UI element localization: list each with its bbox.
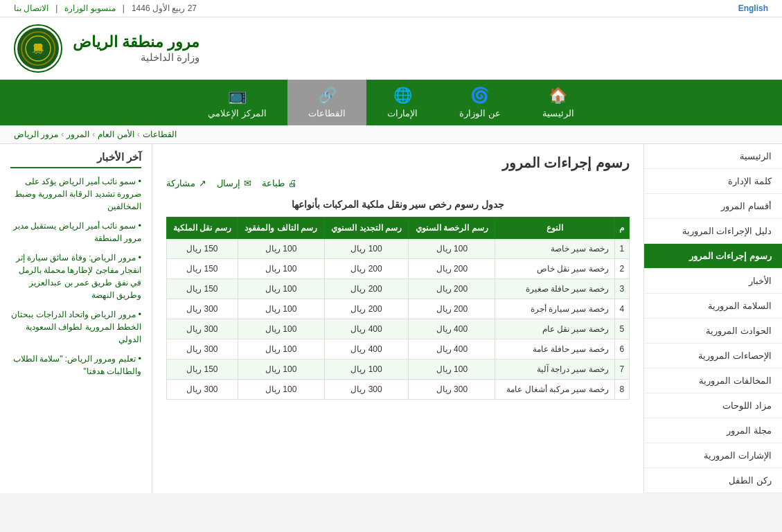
table-row: 3 رخصة سير حافلة صغيرة 200 ريال 200 ريال… [167,279,630,299]
print-icon: 🖨 [288,178,297,188]
send-button[interactable]: ✉ إرسال [217,178,251,188]
ministry-icon: 🌀 [470,87,489,105]
share-button[interactable]: ↗ مشاركة [166,178,206,188]
main-layout: الرئيسية كلمة الإدارة أقسام المرور دليل … [0,144,782,493]
cell-transfer: 150 ريال [167,360,238,380]
cell-renewal: 200 ريال [324,259,409,279]
send-label: إرسال [217,178,240,188]
svg-point-4 [35,51,37,53]
cell-type: رخصة سير نقل عام [495,319,614,339]
cell-type: رخصة سير خاصة [495,239,614,259]
sidebar-item-plates-auction[interactable]: مزاد اللوحات [644,393,782,418]
share-icon: ↗ [199,178,206,188]
sidebar-item-signals[interactable]: الإشارات المرورية [644,443,782,468]
nav-emirates-label: الإمارات [387,108,418,118]
news-link-1[interactable]: سمو نائب أمير الرياض يستقبل مدير مرور ال… [13,221,141,243]
cell-type: رخصة سير نقل خاص [495,259,614,279]
page-title: رسوم إجراءات المرور [166,154,630,171]
sidebar-item-procedures-guide[interactable]: دليل الإجراءات المرورية [644,219,782,244]
nav-sectors[interactable]: 🔗 القطاعات [287,80,366,125]
sidebar-item-child[interactable]: ركن الطفل [644,468,782,493]
nav-home[interactable]: 🏠 الرئيسية [522,80,595,125]
table-row: 5 رخصة سير نقل عام 400 ريال 400 ريال 100… [167,319,630,339]
breadcrumb-sep2: › [92,130,95,139]
news-link-4[interactable]: تعليم ومرور الرياض: "سلامة الطلاب والطال… [13,354,141,376]
emirates-icon: 🌐 [393,87,412,105]
sidebar-item-magazine[interactable]: مجلة المرور [644,418,782,443]
breadcrumb-item-security[interactable]: الأمن العام [98,130,134,139]
cell-license: 200 ريال [409,279,495,299]
nav-media[interactable]: 📺 المركز الإعلامي [187,80,287,125]
main-nav: 🏠 الرئيسية 🌀 عن الوزارة 🌐 الإمارات 🔗 الق… [0,80,782,125]
home-icon: 🏠 [549,87,567,105]
sidebar-item-accidents[interactable]: الحوادث المرورية [644,319,782,344]
ministry-staff-link[interactable]: منسوبو الوزارة [64,3,115,13]
cell-transfer: 300 ريال [167,299,238,319]
news-link-0[interactable]: سمو نائب أمير الرياض يؤكد على ضرورة تشدي… [15,177,141,211]
site-subtitle: وزارة الداخلية [73,51,199,64]
cell-license: 400 ريال [409,339,495,360]
table-title: جدول رسوم رخص سير ونقل ملكية المركبات بأ… [166,199,630,210]
media-icon: 📺 [228,87,247,105]
sidebar-item-safety[interactable]: السلامة المرورية [644,294,782,319]
cell-num: 7 [614,360,629,380]
table-row: 6 رخصة سير حافلة عامة 400 ريال 400 ريال … [167,339,630,360]
breadcrumb-sep3: › [61,130,64,139]
cell-license: 200 ريال [409,259,495,279]
sidebar-item-admin-word[interactable]: كلمة الإدارة [644,169,782,194]
sidebar-item-fees[interactable]: رسوم إجراءات المرور [644,244,782,269]
table-row: 8 رخصة سير مركبة أشغال عامة 300 ريال 300… [167,380,630,400]
content-area: رسوم إجراءات المرور 🖨 طباعة ✉ إرسال ↗ مش… [152,144,643,493]
breadcrumb-item-riyadh[interactable]: مرور الرياض [14,130,58,139]
news-link-2[interactable]: مرور الرياض: وفاة سائق سيارة إثر انفجار … [16,253,141,300]
cell-lost: 100 ريال [238,319,324,339]
top-bar: English 27 ربيع الأول 1446 | منسوبو الوز… [0,0,782,17]
cell-license: 400 ريال [409,319,495,339]
separator2: | [55,3,57,13]
cell-num: 2 [614,259,629,279]
main-content-row: رسوم إجراءات المرور 🖨 طباعة ✉ إرسال ↗ مش… [0,144,643,493]
cell-license: 100 ريال [409,360,495,380]
contact-link[interactable]: الاتصال بنا [14,3,48,13]
share-label: مشاركة [166,178,195,188]
nav-sectors-label: القطاعات [308,108,346,118]
cell-renewal: 100 ريال [324,239,409,259]
col-header-renewal-fee: رسم التجديد السنوي [324,218,409,239]
breadcrumb-item-traffic[interactable]: المرور [66,130,89,139]
sidebar-item-news[interactable]: الأخبار [644,269,782,294]
cell-lost: 100 ريال [238,299,324,319]
col-header-type: النوع [495,218,614,239]
cell-license: 300 ريال [409,380,495,400]
sidebar-item-violations[interactable]: المخالفات المرورية [644,369,782,393]
english-link[interactable]: English [738,3,768,13]
nav-emirates[interactable]: 🌐 الإمارات [366,80,438,125]
col-header-num: م [614,218,629,239]
nav-ministry-label: عن الوزارة [459,108,501,118]
action-bar: 🖨 طباعة ✉ إرسال ↗ مشاركة [166,178,630,188]
cell-renewal: 100 ريال [324,360,409,380]
cell-transfer: 150 ريال [167,259,238,279]
cell-transfer: 150 ريال [167,239,238,259]
sidebar-item-stats[interactable]: الإحصاءات المرورية [644,344,782,369]
cell-type: رخصة سير سيارة أجرة [495,299,614,319]
cell-renewal: 400 ريال [324,339,409,360]
nav-home-label: الرئيسية [542,108,574,118]
col-header-license-fee: رسم الرخصة السنوي [409,218,495,239]
cell-lost: 100 ريال [238,380,324,400]
sidebar-item-traffic-depts[interactable]: أقسام المرور [644,194,782,219]
cell-num: 3 [614,279,629,299]
cell-num: 5 [614,319,629,339]
breadcrumb-item-sectors[interactable]: القطاعات [143,130,177,139]
svg-rect-3 [34,46,42,51]
print-button[interactable]: 🖨 طباعة [262,178,297,188]
cell-lost: 100 ريال [238,259,324,279]
news-link-3[interactable]: مرور الرياض واتحاد الدراجات يبحثان الخطط… [11,310,141,344]
table-row: 2 رخصة سير نقل خاص 200 ريال 200 ريال 100… [167,259,630,279]
cell-transfer: 300 ريال [167,380,238,400]
print-label: طباعة [262,178,285,188]
cell-transfer: 300 ريال [167,339,238,360]
breadcrumb-sep1: › [137,130,140,139]
cell-lost: 100 ريال [238,239,324,259]
sidebar-item-home[interactable]: الرئيسية [644,144,782,169]
nav-ministry[interactable]: 🌀 عن الوزارة [438,80,522,125]
